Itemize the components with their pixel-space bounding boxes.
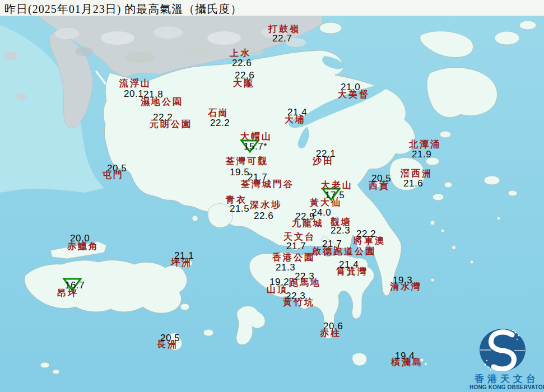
station-value: 21.6 [403, 179, 423, 188]
station-value: 21.1 [174, 251, 194, 260]
station-value: 21.7 [286, 242, 306, 250]
station-name: 滘西洲 [401, 169, 433, 178]
station-value: 16.7 [65, 281, 85, 290]
station-value: 22.2 [210, 119, 230, 127]
station-value: 21.0 [341, 83, 360, 91]
station-value: 21.4 [339, 260, 359, 269]
station-value: 19.4 [395, 352, 415, 360]
station-name: 大老山 [321, 181, 353, 190]
station-value: 21.7 [248, 173, 267, 181]
stations-layer: 打鼓嶺22.7上水22.6大隴22.6流浮山20.1濕地公園21.8元朗公園22… [0, 0, 544, 392]
station-value: 22.1 [316, 150, 336, 158]
station-value: 19.2 [269, 278, 289, 286]
station-value: 22.3 [286, 292, 305, 300]
station-value: 21.4 [287, 108, 307, 116]
station-value: 21.7 [322, 240, 342, 248]
station-value: 20.6 [323, 322, 343, 330]
hko-logo: 香港天文台 HONG KONG OBSERVATORY [469, 325, 544, 391]
station-name: 打鼓嶺 [268, 25, 300, 34]
station-name: 北潭涌 [409, 140, 441, 149]
station-value: 22.6 [235, 71, 254, 80]
station-name: 黃大仙 [310, 198, 342, 207]
station-value: 21.8 [143, 90, 163, 99]
station-value: 22.9 [295, 212, 315, 221]
station-name: 石崗 [208, 109, 229, 118]
station-value: 19.3 [393, 276, 412, 284]
station-value: 22.3 [331, 226, 350, 235]
station-name: 流浮山 [119, 79, 151, 88]
station-value: 22.6 [254, 212, 273, 220]
station-value: 21.5 [230, 204, 249, 213]
station-name: 荃灣可觀 [226, 157, 268, 166]
logo-text-zh: 香港天文台 [469, 374, 544, 384]
station-value: 22.2 [356, 230, 376, 238]
station-value: 22.7 [272, 34, 292, 43]
hko-logo-icon [469, 325, 544, 371]
station-value: 20.5 [371, 174, 391, 183]
station-value: 20.5 [160, 334, 180, 342]
station-value: 22.6 [232, 59, 252, 67]
station-value: 20.5 [107, 164, 127, 172]
station-name: 上水 [230, 49, 251, 58]
logo-text-en: HONG KONG OBSERVATORY [469, 384, 544, 390]
station-value: 15.7* [244, 142, 267, 151]
station-value: 21.3 [276, 263, 295, 272]
station-name: 天文台 [283, 232, 315, 241]
station-name: 大帽山 [240, 132, 272, 141]
station-name: 香港公園 [272, 253, 315, 262]
station-value: 21.9 [412, 150, 431, 158]
station-name: 深水埗 [250, 200, 282, 209]
station-value: 20.0 [70, 234, 90, 242]
station-value: 22.2 [153, 113, 173, 122]
weather-map-screenshot: 昨日(2025年01月23日) 的最高氣溫（攝氏度） 打鼓嶺22.7上水22.6… [0, 0, 544, 392]
station-value: 22.3 [295, 272, 314, 281]
station-value: 19.5 [230, 168, 249, 176]
